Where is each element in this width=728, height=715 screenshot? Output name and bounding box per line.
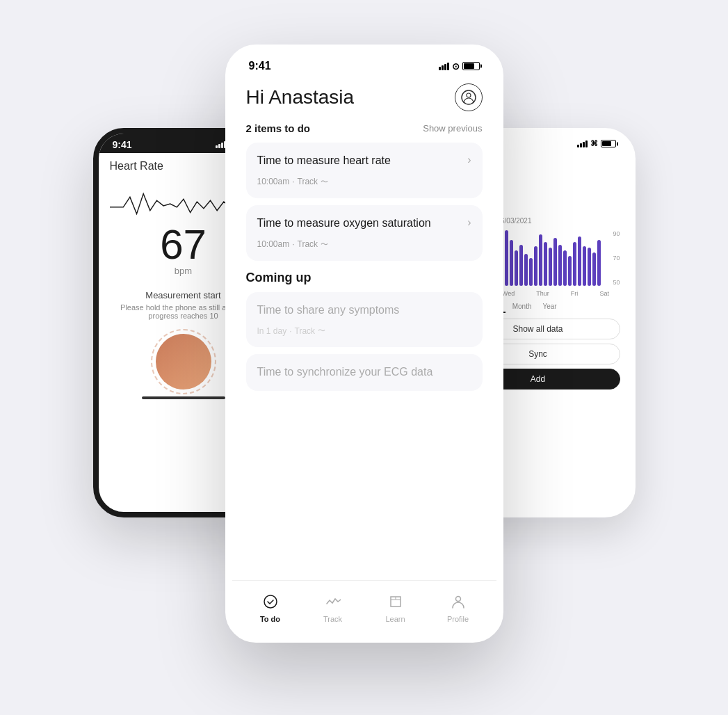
chart-bar (510, 240, 513, 286)
upcoming-title-1: Time to share any symptoms (257, 303, 471, 318)
axis-70: 70 (613, 255, 620, 262)
person-icon (461, 90, 476, 105)
upcoming-dot-1: · (289, 326, 291, 336)
task-card-2[interactable]: Time to measure oxygen saturation › 10:0… (246, 205, 483, 261)
coming-up-label: Coming up (246, 271, 483, 285)
todo-header: 2 items to do Show previous (246, 122, 483, 134)
chart-day-label: Thur (536, 290, 549, 297)
greeting-text: Hi Anastasia (246, 86, 355, 109)
chart-bar (539, 234, 542, 286)
upcoming-track-1: Track (295, 326, 316, 336)
right-status-icons: ⌘ (577, 139, 616, 148)
greeting-row: Hi Anastasia (246, 77, 483, 111)
chart-bar (588, 248, 591, 286)
track-wave-icon-3: 〜 (318, 326, 325, 336)
learn-label: Learn (385, 615, 405, 623)
chart-bar (553, 238, 557, 286)
track-label: Track (323, 615, 342, 623)
center-phone-content: Hi Anastasia 2 items to do Show previous… (232, 77, 496, 633)
track-wave-icon-1: 〜 (321, 177, 328, 187)
center-status-bar: 9:41 ⊙ (232, 51, 496, 77)
task-time-1: 10:00am (257, 177, 290, 186)
chart-bar (524, 254, 528, 286)
chart-bar (515, 250, 518, 286)
chart-bar (573, 242, 576, 286)
center-battery-icon (462, 62, 480, 70)
profile-label: Profile (447, 615, 469, 623)
right-signal-icon (577, 140, 588, 147)
upcoming-title-2: Time to synchronize your ECG data (257, 365, 471, 380)
chart-bar (563, 250, 567, 286)
upcoming-time-1: In 1 day (257, 326, 287, 336)
time-filter-month[interactable]: Month (508, 301, 536, 313)
chart-bar (519, 245, 523, 286)
task-time-2: 10:00am (257, 239, 290, 249)
chart-bar (529, 258, 533, 286)
task-meta-2: 10:00am · Track 〜 (257, 239, 471, 250)
center-wifi-icon: ⊙ (452, 61, 460, 72)
svg-point-3 (455, 596, 460, 601)
upcoming-meta-1: In 1 day · Track 〜 (257, 326, 471, 336)
chart-bar (597, 240, 601, 286)
signal-icon (216, 141, 226, 148)
chart-bar (544, 242, 547, 286)
chart-bar (568, 256, 572, 286)
chart-bar (578, 236, 581, 286)
chevron-icon-2: › (467, 216, 471, 229)
todo-label: To do (260, 615, 280, 623)
left-time: 9:41 (113, 139, 132, 150)
profile-icon[interactable] (455, 83, 483, 111)
task-dot-2: · (292, 239, 294, 249)
center-status-icons: ⊙ (439, 61, 480, 72)
right-wifi-icon: ⌘ (590, 139, 598, 148)
task-title-1: Time to measure heart rate (257, 154, 462, 168)
track-icon (325, 594, 341, 613)
chart-day-label: Fri (571, 290, 579, 297)
chevron-icon-1: › (467, 154, 471, 166)
todo-icon (263, 594, 278, 613)
svg-point-1 (467, 93, 471, 97)
todo-count: 2 items to do (246, 122, 311, 134)
axis-90: 90 (613, 230, 620, 237)
track-wave-icon-2: 〜 (321, 239, 328, 250)
time-filter-year[interactable]: Year (538, 301, 560, 313)
svg-point-2 (264, 595, 277, 608)
axis-50: 50 (613, 279, 620, 286)
show-previous-button[interactable]: Show previous (423, 123, 482, 134)
task-dot-1: · (292, 177, 294, 186)
bottom-nav: To do Track Learn (232, 580, 496, 636)
capture-button[interactable] (156, 334, 211, 389)
center-time: 9:41 (249, 60, 271, 72)
learn-icon (388, 594, 403, 613)
chart-bar (534, 246, 537, 286)
task-card-1[interactable]: Time to measure heart rate › 10:00am · T… (246, 143, 483, 198)
chart-bar (558, 245, 562, 286)
nav-profile[interactable]: Profile (427, 594, 490, 623)
chart-day-label: Sat (599, 290, 609, 297)
task-track-1: Track (298, 177, 318, 186)
right-battery-icon (601, 140, 616, 147)
task-track-2: Track (298, 239, 318, 249)
home-indicator (142, 396, 225, 399)
chart-bar (583, 246, 586, 286)
task-meta-1: 10:00am · Track 〜 (257, 177, 471, 187)
chart-bar (505, 230, 508, 286)
task-title-2: Time to measure oxygen saturation (257, 216, 462, 231)
nav-learn[interactable]: Learn (364, 594, 427, 623)
center-signal-icon (439, 63, 449, 70)
chart-bar (549, 248, 552, 286)
chart-day-label: Wed (502, 290, 515, 297)
chart-axis: 90 70 50 (613, 230, 620, 286)
nav-track[interactable]: Track (302, 594, 364, 623)
profile-nav-icon (451, 594, 466, 613)
chart-bar (592, 252, 596, 286)
center-phone: 9:41 ⊙ Hi Anastasia (225, 45, 503, 643)
upcoming-card-2[interactable]: Time to synchronize your ECG data (246, 354, 483, 391)
upcoming-card-1[interactable]: Time to share any symptoms In 1 day · Tr… (246, 292, 483, 348)
center-home-indicator (319, 637, 410, 641)
nav-todo[interactable]: To do (239, 594, 302, 623)
